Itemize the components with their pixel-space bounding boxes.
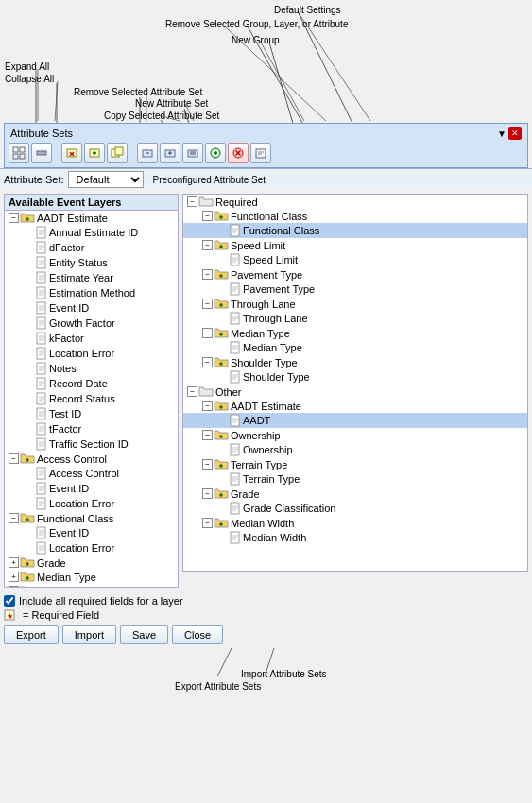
bottom-annotations: Export Attribute Sets Import Attribute S… bbox=[0, 648, 532, 714]
right-tree-item[interactable]: −Grade bbox=[183, 487, 527, 501]
right-item-label: AADT Estimate bbox=[231, 401, 301, 412]
left-tree-item[interactable]: Event ID bbox=[5, 481, 178, 496]
right-panel-inner[interactable]: −Required−Functional ClassFunctional Cla… bbox=[182, 194, 528, 572]
left-item-label: Growth Factor bbox=[49, 317, 115, 329]
left-tree-item[interactable]: −Functional Class bbox=[5, 511, 178, 525]
ann-new-group: New Group bbox=[232, 35, 280, 45]
right-item-label: Pavement Type bbox=[243, 283, 315, 295]
right-tree-item[interactable]: −AADT Estimate bbox=[183, 399, 527, 413]
right-tree-item[interactable]: Pavement Type bbox=[183, 282, 527, 297]
save-button[interactable]: Save bbox=[120, 625, 168, 644]
copy-attr-set-button[interactable] bbox=[107, 143, 128, 163]
left-item-label: Event ID bbox=[49, 302, 89, 314]
left-tree-item[interactable]: Estimation Method bbox=[5, 285, 178, 300]
right-tree-item[interactable]: Terrain Type bbox=[183, 471, 527, 487]
right-tree-item[interactable]: Median Width bbox=[183, 530, 527, 545]
svg-line-10 bbox=[260, 41, 304, 121]
left-tree-item[interactable]: Event ID bbox=[5, 525, 178, 540]
right-tree-item[interactable]: −Terrain Type bbox=[183, 457, 527, 471]
right-tree-item[interactable]: Ownership bbox=[183, 442, 527, 457]
left-tree-item[interactable]: Event ID bbox=[5, 300, 178, 316]
svg-rect-19 bbox=[20, 154, 25, 159]
right-tree-item[interactable]: −Functional Class bbox=[183, 209, 527, 223]
left-tree-item[interactable]: Notes bbox=[5, 361, 178, 376]
left-tree-item[interactable]: kFactor bbox=[5, 331, 178, 346]
btn3-4[interactable] bbox=[205, 143, 226, 163]
left-tree-item[interactable]: Traffic Section ID bbox=[5, 436, 178, 452]
right-tree-item[interactable]: Median Type bbox=[183, 340, 527, 355]
right-tree-item[interactable]: Speed Limit bbox=[183, 252, 527, 267]
btn3-1[interactable] bbox=[137, 143, 158, 163]
right-tree-item[interactable]: −Through Lane bbox=[183, 297, 527, 311]
right-item-label: Ownership bbox=[243, 444, 293, 455]
ann-remove-group: Remove Selected Group, Layer, or Attribu… bbox=[165, 19, 348, 29]
toolbar-title-bar: Attribute Sets ▼ ✕ bbox=[9, 126, 523, 141]
left-item-label: Traffic Section ID bbox=[49, 438, 129, 450]
collapse-all-button[interactable] bbox=[31, 143, 52, 163]
left-tree-item[interactable]: tFactor bbox=[5, 421, 178, 436]
left-tree-item[interactable]: −Access Control bbox=[5, 452, 178, 466]
remove-attr-set-button[interactable] bbox=[61, 143, 82, 163]
toolbar-dropdown-arrow[interactable]: ▼ bbox=[497, 128, 506, 139]
right-tree-item[interactable]: Through Lane bbox=[183, 311, 527, 326]
left-tree-item[interactable]: Test ID bbox=[5, 406, 178, 421]
left-tree-item[interactable]: Estimate Year bbox=[5, 270, 178, 285]
left-tree-item[interactable]: Record Date bbox=[5, 376, 178, 391]
right-tree-item[interactable]: AADT bbox=[183, 413, 527, 428]
close-button[interactable]: Close bbox=[172, 625, 223, 644]
left-item-label: Location Error bbox=[49, 542, 114, 554]
left-tree-item[interactable]: −AADT Estimate bbox=[5, 211, 178, 225]
left-panel: Available Event Layers −AADT EstimateAnn… bbox=[4, 194, 179, 588]
right-tree-item[interactable]: −Required bbox=[183, 195, 527, 209]
right-item-label: Shoulder Type bbox=[231, 357, 298, 368]
left-item-label: Event ID bbox=[49, 483, 89, 494]
btn3-6[interactable] bbox=[250, 143, 271, 163]
include-checkbox[interactable] bbox=[4, 595, 15, 607]
left-tree-item[interactable]: Location Error bbox=[5, 540, 178, 555]
new-attr-set-button[interactable] bbox=[84, 143, 105, 163]
left-tree-item[interactable]: +Median Type bbox=[5, 570, 178, 584]
import-button[interactable]: Import bbox=[62, 625, 116, 644]
legend-row: ★ = Required Field bbox=[4, 608, 528, 622]
right-tree-item[interactable]: −Speed Limit bbox=[183, 238, 527, 252]
right-item-label: Through Lane bbox=[243, 313, 308, 324]
left-tree-item[interactable]: Location Error bbox=[5, 496, 178, 511]
right-tree-item[interactable]: −Pavement Type bbox=[183, 267, 527, 282]
right-tree-item[interactable]: −Median Width bbox=[183, 516, 527, 530]
left-tree-item[interactable]: +Grade bbox=[5, 555, 178, 570]
right-tree-item[interactable]: Shoulder Type bbox=[183, 369, 527, 384]
left-tree-item[interactable]: Annual Estimate ID bbox=[5, 225, 178, 240]
remove-group-button[interactable] bbox=[228, 143, 249, 163]
ann-new-attr-set: New Attribute Set bbox=[135, 98, 208, 109]
expand-all-button[interactable] bbox=[9, 143, 29, 163]
attr-set-dropdown[interactable]: Default bbox=[68, 171, 144, 188]
svg-line-1 bbox=[248, 26, 321, 123]
right-item-label: Pavement Type bbox=[231, 269, 302, 281]
right-tree-item[interactable]: Functional Class bbox=[183, 223, 527, 238]
left-tree-item[interactable]: Entity Status bbox=[5, 255, 178, 270]
left-tree-item[interactable]: Location Error bbox=[5, 346, 178, 361]
ann-collapse-all: Collapse All bbox=[5, 74, 54, 84]
panels-area: Available Event Layers −AADT EstimateAnn… bbox=[0, 190, 532, 591]
left-panel-list[interactable]: −AADT EstimateAnnual Estimate IDdFactorE… bbox=[4, 210, 179, 588]
left-item-label: Estimation Method bbox=[49, 287, 135, 299]
left-tree-item[interactable]: Growth Factor bbox=[5, 316, 178, 331]
right-tree-item[interactable]: −Shoulder Type bbox=[183, 355, 527, 369]
btn3-2[interactable] bbox=[160, 143, 180, 163]
right-tree-item[interactable]: −Ownership bbox=[183, 428, 527, 442]
right-tree-item[interactable]: −Median Type bbox=[183, 326, 527, 340]
export-button[interactable]: Export bbox=[4, 625, 59, 644]
right-tree-item[interactable]: Grade Classification bbox=[183, 501, 527, 516]
right-tree-item[interactable]: −Other bbox=[183, 384, 527, 399]
left-item-label: Test ID bbox=[49, 408, 81, 419]
right-item-label: Median Type bbox=[231, 328, 290, 339]
left-item-label: Functional Class bbox=[37, 513, 113, 524]
toolbar-close-button[interactable]: ✕ bbox=[508, 127, 522, 140]
left-tree-item[interactable]: Access Control bbox=[5, 466, 178, 481]
left-tree-item[interactable]: +Median Width bbox=[5, 584, 178, 588]
btn3-3[interactable] bbox=[182, 143, 203, 163]
preconfigured-label: Preconfigured Attribute Set bbox=[153, 175, 266, 185]
left-tree-item[interactable]: Record Status bbox=[5, 391, 178, 406]
left-item-label: Grade bbox=[37, 557, 66, 569]
left-tree-item[interactable]: dFactor bbox=[5, 240, 178, 255]
